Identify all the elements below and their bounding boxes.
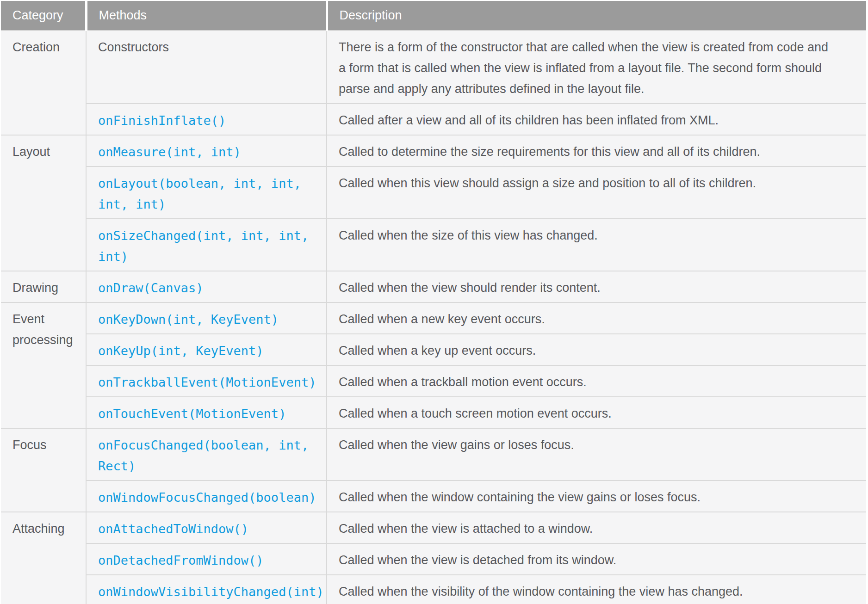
method-cell[interactable]: onTouchEvent(MotionEvent) [86, 397, 327, 428]
category-label: Creation [12, 37, 74, 58]
table-row: onLayout(boolean, int, int, int, int)Cal… [1, 166, 866, 219]
table-row: FocusonFocusChanged(boolean, int, Rect)C… [1, 428, 866, 481]
description-text: Called when the view should render its c… [339, 277, 833, 298]
table-row: onWindowFocusChanged(boolean)Called when… [1, 481, 866, 512]
description-cell: Called when this view should assign a si… [327, 166, 866, 219]
method-link[interactable]: onTrackballEvent(MotionEvent) [98, 372, 315, 393]
category-cell: Event processing [1, 302, 86, 428]
table-row: DrawingonDraw(Canvas)Called when the vie… [1, 271, 866, 302]
description-cell: Called after a view and all of its child… [327, 104, 866, 135]
description-text: Called when a new key event occurs. [339, 309, 833, 330]
method-cell[interactable]: onWindowFocusChanged(boolean) [86, 481, 327, 512]
description-text: Called when this view should assign a si… [339, 173, 833, 194]
method-cell[interactable]: onWindowVisibilityChanged(int) [86, 575, 327, 604]
category-label: Drawing [12, 277, 74, 298]
method-cell[interactable]: onMeasure(int, int) [86, 135, 327, 166]
method-cell[interactable]: onLayout(boolean, int, int, int, int) [86, 166, 327, 219]
method-cell[interactable]: onSizeChanged(int, int, int, int) [86, 219, 327, 271]
method-link[interactable]: onDraw(Canvas) [98, 277, 315, 298]
method-link[interactable]: onWindowVisibilityChanged(int) [98, 581, 315, 602]
method-link[interactable]: onWindowFocusChanged(boolean) [98, 487, 315, 508]
category-label: Layout [12, 142, 74, 162]
description-cell: Called when the view gains or loses focu… [327, 428, 866, 481]
method-link[interactable]: onLayout(boolean, int, int, int, int) [98, 173, 315, 215]
table-row: onTouchEvent(MotionEvent)Called when a t… [1, 397, 866, 428]
category-cell: Drawing [1, 271, 86, 302]
header-category: Category [1, 1, 86, 31]
description-cell: There is a form of the constructor that … [327, 31, 866, 104]
description-text: Called when a touch screen motion event … [339, 403, 833, 424]
table-row: onFinishInflate()Called after a view and… [1, 104, 866, 135]
method-link[interactable]: onDetachedFromWindow() [98, 550, 315, 571]
header-description: Description [327, 1, 866, 31]
method-cell[interactable]: onFocusChanged(boolean, int, Rect) [86, 428, 327, 481]
category-cell: Focus [1, 428, 86, 512]
description-cell: Called when the view is detached from it… [327, 543, 866, 575]
description-text: Called when a trackball motion event occ… [339, 372, 833, 393]
category-label: Attaching [12, 518, 74, 539]
description-cell: Called when the view is attached to a wi… [327, 512, 866, 543]
table-row: onTrackballEvent(MotionEvent)Called when… [1, 365, 866, 397]
description-cell: Called when a trackball motion event occ… [327, 365, 866, 397]
method-cell[interactable]: onDetachedFromWindow() [86, 543, 327, 575]
description-cell: Called when the visibility of the window… [327, 575, 866, 604]
method-link[interactable]: onSizeChanged(int, int, int, int) [98, 225, 315, 267]
method-link[interactable]: onMeasure(int, int) [98, 142, 315, 162]
description-cell: Called when the window containing the vi… [327, 481, 866, 512]
table-body: CreationConstructorsThere is a form of t… [1, 31, 866, 604]
description-text: Called when the view is detached from it… [339, 550, 833, 571]
table-header: Category Methods Description [1, 1, 866, 31]
category-label: Event processing [12, 309, 74, 351]
method-cell[interactable]: onFinishInflate() [86, 104, 327, 135]
description-cell: Called to determine the size requirement… [327, 135, 866, 166]
description-text: Called to determine the size requirement… [339, 142, 833, 162]
method-cell[interactable]: onDraw(Canvas) [86, 271, 327, 302]
description-text: Called when the visibility of the window… [339, 581, 833, 602]
method-cell[interactable]: onAttachedToWindow() [86, 512, 327, 543]
table-row: CreationConstructorsThere is a form of t… [1, 31, 866, 104]
method-cell: Constructors [86, 31, 327, 104]
category-label: Focus [12, 435, 74, 456]
description-cell: Called when the size of this view has ch… [327, 219, 866, 271]
description-text: Called when the size of this view has ch… [339, 225, 833, 246]
description-cell: Called when a touch screen motion event … [327, 397, 866, 428]
description-text: There is a form of the constructor that … [339, 37, 833, 99]
table-row: onWindowVisibilityChanged(int)Called whe… [1, 575, 866, 604]
table-row: Event processingonKeyDown(int, KeyEvent)… [1, 302, 866, 334]
table-row: onDetachedFromWindow()Called when the vi… [1, 543, 866, 575]
header-methods: Methods [86, 1, 327, 31]
method-link[interactable]: onFinishInflate() [98, 110, 315, 131]
method-cell[interactable]: onKeyUp(int, KeyEvent) [86, 334, 327, 365]
category-cell: Attaching [1, 512, 86, 604]
method-link[interactable]: onFocusChanged(boolean, int, Rect) [98, 435, 315, 476]
header-row: Category Methods Description [1, 1, 866, 31]
description-text: Called when the window containing the vi… [339, 487, 833, 508]
method-cell[interactable]: onTrackballEvent(MotionEvent) [86, 365, 327, 397]
method-link[interactable]: onAttachedToWindow() [98, 518, 315, 539]
description-text: Called when the view is attached to a wi… [339, 518, 833, 539]
table-row: onSizeChanged(int, int, int, int)Called … [1, 219, 866, 271]
description-cell: Called when the view should render its c… [327, 271, 866, 302]
method-label: Constructors [98, 37, 315, 58]
table-row: LayoutonMeasure(int, int)Called to deter… [1, 135, 866, 166]
table-row: AttachingonAttachedToWindow()Called when… [1, 512, 866, 543]
method-cell[interactable]: onKeyDown(int, KeyEvent) [86, 302, 327, 334]
description-text: Called when a key up event occurs. [339, 340, 833, 361]
table-row: onKeyUp(int, KeyEvent)Called when a key … [1, 334, 866, 365]
category-cell: Creation [1, 31, 86, 135]
category-cell: Layout [1, 135, 86, 271]
method-link[interactable]: onKeyUp(int, KeyEvent) [98, 340, 315, 361]
description-cell: Called when a key up event occurs. [327, 334, 866, 365]
description-cell: Called when a new key event occurs. [327, 302, 866, 334]
description-text: Called after a view and all of its child… [339, 110, 833, 131]
view-methods-table: Category Methods Description CreationCon… [1, 1, 866, 604]
method-link[interactable]: onKeyDown(int, KeyEvent) [98, 309, 315, 330]
description-text: Called when the view gains or loses focu… [339, 435, 833, 456]
method-link[interactable]: onTouchEvent(MotionEvent) [98, 403, 315, 424]
